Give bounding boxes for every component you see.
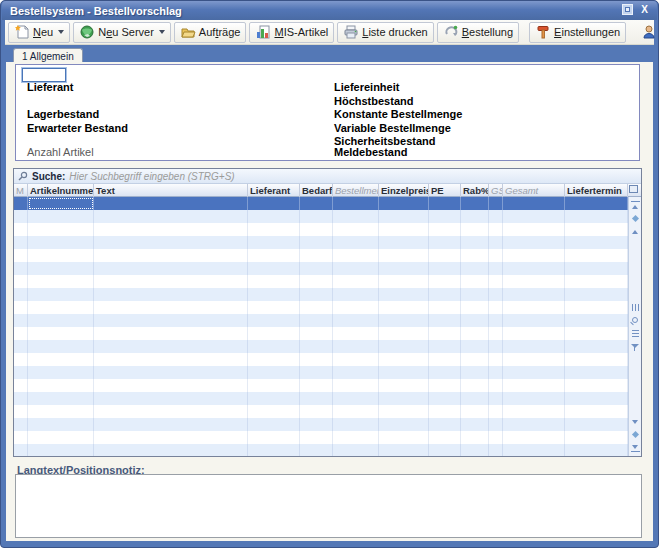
cell[interactable] xyxy=(429,249,461,262)
cell[interactable] xyxy=(565,405,628,418)
cell[interactable] xyxy=(300,366,333,379)
cell[interactable] xyxy=(94,210,248,223)
table-row[interactable] xyxy=(14,366,628,379)
table-row-selected[interactable] xyxy=(14,197,628,210)
cell[interactable] xyxy=(429,444,461,456)
cell[interactable] xyxy=(379,392,429,405)
table-row[interactable] xyxy=(14,236,628,249)
cell[interactable] xyxy=(14,223,28,236)
cell[interactable] xyxy=(28,444,94,456)
cell[interactable] xyxy=(429,314,461,327)
cell[interactable] xyxy=(248,405,300,418)
cell[interactable] xyxy=(300,262,333,275)
cell[interactable] xyxy=(503,366,565,379)
cell[interactable] xyxy=(379,275,429,288)
cell[interactable] xyxy=(28,301,94,314)
neu-button[interactable]: Neu xyxy=(8,22,70,43)
cell[interactable] xyxy=(489,444,503,456)
cell[interactable] xyxy=(565,392,628,405)
cell[interactable] xyxy=(14,340,28,353)
cell[interactable] xyxy=(461,405,489,418)
cell[interactable] xyxy=(565,262,628,275)
cell[interactable] xyxy=(94,223,248,236)
cell[interactable] xyxy=(300,327,333,340)
cell[interactable] xyxy=(489,236,503,249)
cell[interactable] xyxy=(248,366,300,379)
navigate-up-icon[interactable] xyxy=(631,214,640,223)
cell[interactable] xyxy=(565,210,628,223)
cell[interactable] xyxy=(333,431,379,444)
cell[interactable] xyxy=(300,431,333,444)
cell[interactable] xyxy=(333,236,379,249)
cell[interactable] xyxy=(429,223,461,236)
cell[interactable] xyxy=(503,327,565,340)
cell[interactable] xyxy=(429,379,461,392)
columns-icon[interactable] xyxy=(631,303,640,312)
cell[interactable] xyxy=(461,288,489,301)
cell[interactable] xyxy=(28,353,94,366)
cell[interactable] xyxy=(379,366,429,379)
cell[interactable] xyxy=(94,340,248,353)
cell[interactable] xyxy=(300,379,333,392)
cell[interactable] xyxy=(300,236,333,249)
grid-search-icon[interactable] xyxy=(631,316,640,325)
cell[interactable] xyxy=(565,431,628,444)
table-row[interactable] xyxy=(14,431,628,444)
cell[interactable] xyxy=(461,275,489,288)
cell[interactable] xyxy=(461,379,489,392)
close-button[interactable]: X xyxy=(639,4,650,15)
cell[interactable] xyxy=(429,327,461,340)
cell[interactable] xyxy=(333,288,379,301)
cell[interactable] xyxy=(503,444,565,456)
cell[interactable] xyxy=(461,392,489,405)
cell[interactable] xyxy=(14,301,28,314)
cell[interactable] xyxy=(333,418,379,431)
cell[interactable] xyxy=(248,236,300,249)
cell[interactable] xyxy=(248,275,300,288)
cell[interactable] xyxy=(379,262,429,275)
cell[interactable] xyxy=(333,223,379,236)
cell[interactable] xyxy=(300,210,333,223)
cell[interactable] xyxy=(503,275,565,288)
cell[interactable] xyxy=(14,249,28,262)
cell[interactable] xyxy=(333,314,379,327)
cell[interactable] xyxy=(379,444,429,456)
cell[interactable] xyxy=(94,431,248,444)
cell[interactable] xyxy=(503,353,565,366)
cell[interactable] xyxy=(14,418,28,431)
cell[interactable] xyxy=(248,418,300,431)
cell[interactable] xyxy=(28,236,94,249)
cell[interactable] xyxy=(14,392,28,405)
cell[interactable] xyxy=(489,418,503,431)
cell[interactable] xyxy=(489,379,503,392)
navigate-down-icon[interactable] xyxy=(631,430,640,439)
table-row[interactable] xyxy=(14,379,628,392)
column-header-text[interactable]: Text xyxy=(94,184,248,197)
cell[interactable] xyxy=(565,379,628,392)
cell[interactable] xyxy=(333,405,379,418)
cell[interactable] xyxy=(94,197,248,210)
cell[interactable] xyxy=(489,431,503,444)
table-row[interactable] xyxy=(14,301,628,314)
cell[interactable] xyxy=(28,275,94,288)
cell[interactable] xyxy=(94,379,248,392)
cell[interactable] xyxy=(503,392,565,405)
column-header-m[interactable]: M xyxy=(14,184,28,197)
cell[interactable] xyxy=(248,210,300,223)
cell[interactable] xyxy=(429,392,461,405)
cell[interactable] xyxy=(503,210,565,223)
column-header-bestellmenge[interactable]: Bestellmenge xyxy=(333,184,379,197)
cell[interactable] xyxy=(28,392,94,405)
cell[interactable] xyxy=(461,418,489,431)
einstellungen-button[interactable]: Einstellungen xyxy=(529,22,626,43)
cell[interactable] xyxy=(28,210,94,223)
chevron-down-icon[interactable] xyxy=(159,30,165,34)
restore-button[interactable] xyxy=(622,4,633,15)
cell[interactable] xyxy=(333,353,379,366)
cell[interactable] xyxy=(14,275,28,288)
cell[interactable] xyxy=(461,223,489,236)
cell[interactable] xyxy=(503,262,565,275)
mis-artikel-button[interactable]: MIS-Artikel xyxy=(249,22,334,43)
cell[interactable] xyxy=(379,327,429,340)
cell[interactable] xyxy=(565,444,628,456)
